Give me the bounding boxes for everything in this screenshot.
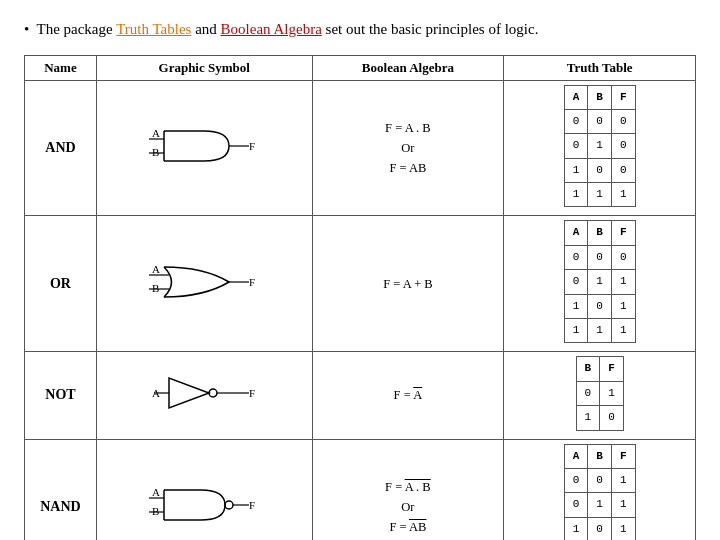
gate-symbol-nand: A B F bbox=[96, 439, 312, 540]
svg-text:F: F bbox=[249, 140, 255, 152]
table-row: NOT A F F = A bbox=[25, 352, 696, 439]
bool-expr-and: F = A . BOrF = AB bbox=[312, 80, 504, 216]
header-graphic-symbol: Graphic Symbol bbox=[96, 55, 312, 80]
truth-table-or: ABF 000 011 101 111 bbox=[504, 216, 696, 352]
table-row: AND A B F bbox=[25, 80, 696, 216]
svg-text:F: F bbox=[249, 387, 255, 399]
svg-text:A: A bbox=[152, 387, 160, 399]
gate-name-and: AND bbox=[25, 80, 97, 216]
boolean-algebra-link[interactable]: Boolean Algebra bbox=[221, 21, 322, 37]
table-row: NAND A B F bbox=[25, 439, 696, 540]
svg-text:B: B bbox=[152, 282, 159, 294]
gate-name-nand: NAND bbox=[25, 439, 97, 540]
table-row: OR A B F F = A + B bbox=[25, 216, 696, 352]
bool-expr-or: F = A + B bbox=[312, 216, 504, 352]
svg-text:B: B bbox=[152, 146, 159, 158]
nand-gate-svg: A B F bbox=[149, 480, 259, 530]
truth-table-and: ABF 000 010 100 111 bbox=[504, 80, 696, 216]
truth-table-nand: ABF 001 011 101 110 bbox=[504, 439, 696, 540]
gate-symbol-or: A B F bbox=[96, 216, 312, 352]
not-gate-svg: A F bbox=[149, 368, 259, 418]
and-gate-svg: A B F bbox=[149, 121, 259, 171]
svg-point-24 bbox=[225, 501, 233, 509]
bool-expr-nand: F = A . B Or F = AB bbox=[312, 439, 504, 540]
gate-symbol-not: A F bbox=[96, 352, 312, 439]
gate-name-or: OR bbox=[25, 216, 97, 352]
bool-expr-not: F = A bbox=[312, 352, 504, 439]
svg-marker-15 bbox=[169, 378, 209, 408]
svg-text:A: A bbox=[152, 263, 160, 275]
svg-text:A: A bbox=[152, 486, 160, 498]
gate-symbol-and: A B F bbox=[96, 80, 312, 216]
logic-gates-table: Name Graphic Symbol Boolean Algebra Trut… bbox=[24, 55, 696, 541]
svg-text:F: F bbox=[249, 499, 255, 511]
svg-text:F: F bbox=[249, 276, 255, 288]
svg-text:A: A bbox=[152, 127, 160, 139]
or-gate-svg: A B F bbox=[149, 257, 259, 307]
truth-tables-link[interactable]: Truth Tables bbox=[116, 21, 191, 37]
header-name: Name bbox=[25, 55, 97, 80]
truth-table-not: BF 01 10 bbox=[504, 352, 696, 439]
intro-paragraph: • The package Truth Tables and Boolean A… bbox=[24, 18, 696, 41]
header-truth-table: Truth Table bbox=[504, 55, 696, 80]
svg-text:B: B bbox=[152, 505, 159, 517]
gate-name-not: NOT bbox=[25, 352, 97, 439]
header-boolean-algebra: Boolean Algebra bbox=[312, 55, 504, 80]
